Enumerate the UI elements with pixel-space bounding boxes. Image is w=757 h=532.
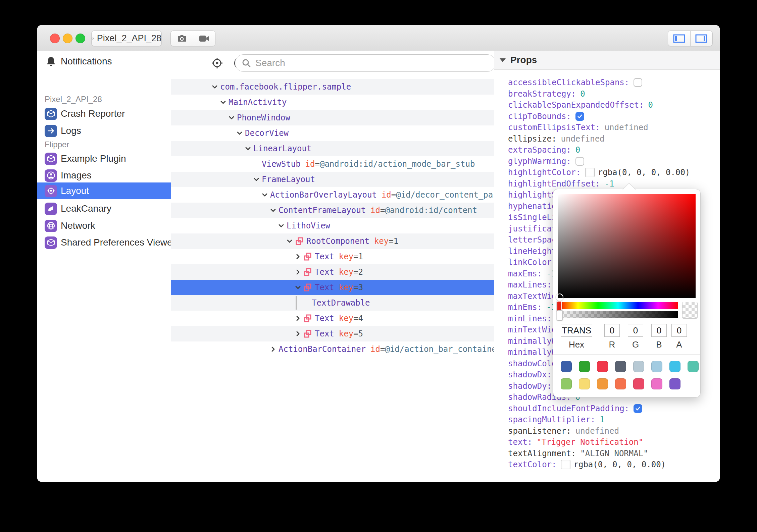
tree-node-viewstub--android-id-action-mode-bar-stub[interactable]: ViewStubid=@android:id/action_mode_bar_s…: [171, 156, 494, 172]
chevron-down-icon[interactable]: [228, 114, 236, 122]
preset-color-swatch[interactable]: [615, 361, 626, 372]
tree-node-text-4[interactable]: Textkey=4: [171, 311, 494, 326]
chevron-right-icon[interactable]: [294, 253, 302, 261]
chevron-down-icon[interactable]: [277, 222, 285, 230]
chevron-down-icon[interactable]: [294, 283, 302, 291]
chevron-right-icon[interactable]: [294, 314, 302, 322]
cube-icon: [45, 236, 57, 249]
color-swatch[interactable]: [585, 168, 595, 177]
preset-color-swatch[interactable]: [597, 378, 608, 389]
preset-color-swatch[interactable]: [561, 378, 572, 389]
hex-input[interactable]: [561, 324, 592, 337]
blue-input[interactable]: [651, 324, 667, 337]
tree-node-text-1[interactable]: Textkey=1: [171, 249, 494, 264]
tree-node-mainactivity[interactable]: MainActivity: [171, 95, 494, 110]
sidebar-item-label: Logs: [61, 125, 81, 136]
preset-color-swatch[interactable]: [579, 361, 590, 372]
sidebar-item-logs[interactable]: Logs: [37, 122, 171, 139]
maximize-button[interactable]: [75, 34, 85, 43]
chevron-right-icon[interactable]: [294, 268, 302, 276]
tree-node-decorview[interactable]: DecorView: [171, 125, 494, 141]
tree-node-lithoview[interactable]: LithoView: [171, 218, 494, 233]
tree-node-textdrawable[interactable]: TextDrawable: [171, 295, 494, 311]
preset-color-swatch[interactable]: [597, 361, 608, 372]
alpha-slider-handle[interactable]: [557, 310, 563, 320]
node-name: RootComponent: [306, 236, 369, 246]
prop-name: accessibleClickableSpans:: [508, 78, 629, 87]
node-attr-key: id: [382, 190, 391, 200]
tree-node-linearlayout[interactable]: LinearLayout: [171, 141, 494, 156]
toggle-right-panel-button[interactable]: [690, 31, 713, 46]
chevron-right-icon[interactable]: [294, 330, 302, 338]
sidebar-item-leakcanary[interactable]: LeakCanary: [37, 200, 171, 217]
color-swatch[interactable]: [561, 460, 570, 469]
sidebar-item-label: Layout: [61, 185, 89, 196]
saturation-cursor[interactable]: [556, 294, 563, 301]
tree-node-text-5[interactable]: Textkey=5: [171, 326, 494, 341]
tree-node-text-3[interactable]: Textkey=3: [171, 280, 494, 295]
sidebar-item-layout[interactable]: Layout: [37, 182, 171, 199]
sidebar-item-shared-preferences-viewer[interactable]: Shared Preferences Viewer: [37, 234, 171, 251]
tree-node-text-2[interactable]: Textkey=2: [171, 264, 494, 280]
prop-row-clipToBounds: clipToBounds:: [508, 111, 584, 122]
sidebar-item-notifications[interactable]: Notifications: [37, 53, 171, 70]
preset-color-swatch[interactable]: [669, 378, 680, 389]
tree-node-actionbarcontainer--id-action-bar-container[interactable]: ActionBarContainerid=@id/action_bar_cont…: [171, 341, 494, 357]
chevron-right-icon[interactable]: [269, 345, 277, 353]
hue-slider[interactable]: [558, 302, 678, 309]
prop-checkbox[interactable]: [634, 78, 642, 87]
chevron-down-icon[interactable]: [269, 206, 277, 214]
prop-checkbox[interactable]: [575, 157, 584, 166]
node-name: com.facebook.flipper.sample: [220, 82, 351, 92]
chevron-down-icon[interactable]: [252, 175, 260, 183]
chevron-down-icon[interactable]: [286, 237, 294, 245]
search-field[interactable]: [235, 54, 496, 72]
alpha-input[interactable]: [671, 324, 687, 337]
close-button[interactable]: [50, 34, 60, 43]
sidebar-item-crash-reporter[interactable]: Crash Reporter: [37, 105, 171, 122]
element-tree: com.facebook.flipper.sampleMainActivityP…: [171, 75, 494, 482]
prop-checkbox[interactable]: [575, 112, 584, 121]
green-input[interactable]: [628, 324, 643, 337]
sidebar-item-images[interactable]: Images: [37, 167, 171, 184]
props-section-header[interactable]: Props: [494, 51, 720, 70]
preset-color-swatch[interactable]: [651, 361, 662, 372]
tree-node-rootcomponent-1[interactable]: RootComponentkey=1: [171, 233, 494, 249]
tree-node-contentframelayout--android-id-content[interactable]: ContentFrameLayoutid=@android:id/content: [171, 203, 494, 218]
prop-row-shadowDx: shadowDx:: [508, 369, 552, 380]
alpha-slider[interactable]: [558, 311, 678, 318]
device-selector-button[interactable]: Pixel_2_API_28: [91, 31, 162, 46]
target-mode-button[interactable]: [210, 56, 224, 71]
chevron-down-icon[interactable]: [219, 98, 227, 106]
tree-node-framelayout[interactable]: FrameLayout: [171, 172, 494, 187]
preset-color-swatch[interactable]: [651, 378, 662, 389]
preset-color-swatch[interactable]: [669, 361, 680, 372]
preset-color-swatch[interactable]: [633, 378, 644, 389]
preset-color-swatch[interactable]: [561, 361, 572, 372]
tree-node-actionbaroverlaylayout--id-decor-content-parent[interactable]: ActionBarOverlayLayoutid=@id/decor_conte…: [171, 187, 494, 203]
sidebar-item-example-plugin[interactable]: Example Plugin: [37, 150, 171, 167]
node-attr-value: 4: [358, 314, 363, 323]
chevron-down-icon[interactable]: [236, 129, 244, 137]
litho-component-icon: [303, 283, 312, 292]
screenshot-button[interactable]: [171, 31, 193, 46]
prop-row-minLines: minLines:: [508, 313, 552, 324]
sidebar-item-label: Shared Preferences Viewer: [61, 237, 171, 248]
preset-color-swatch[interactable]: [633, 361, 644, 372]
toggle-left-panel-button[interactable]: [668, 31, 690, 46]
minimize-button[interactable]: [63, 34, 72, 43]
chevron-down-icon[interactable]: [211, 83, 219, 91]
chevron-down-icon[interactable]: [261, 191, 269, 199]
tree-node-phonewindow[interactable]: PhoneWindow: [171, 110, 494, 125]
preset-color-swatch[interactable]: [615, 378, 626, 389]
chevron-down-icon[interactable]: [244, 145, 252, 153]
red-input[interactable]: [604, 324, 620, 337]
prop-checkbox[interactable]: [634, 404, 642, 413]
record-button[interactable]: [193, 31, 215, 46]
saturation-square[interactable]: [558, 194, 696, 298]
preset-color-swatch[interactable]: [688, 361, 699, 372]
preset-color-swatch[interactable]: [579, 378, 590, 389]
tree-node-com-facebook-flipper-sample[interactable]: com.facebook.flipper.sample: [171, 79, 494, 95]
search-input[interactable]: [255, 57, 471, 69]
sidebar-item-network[interactable]: Network: [37, 217, 171, 234]
